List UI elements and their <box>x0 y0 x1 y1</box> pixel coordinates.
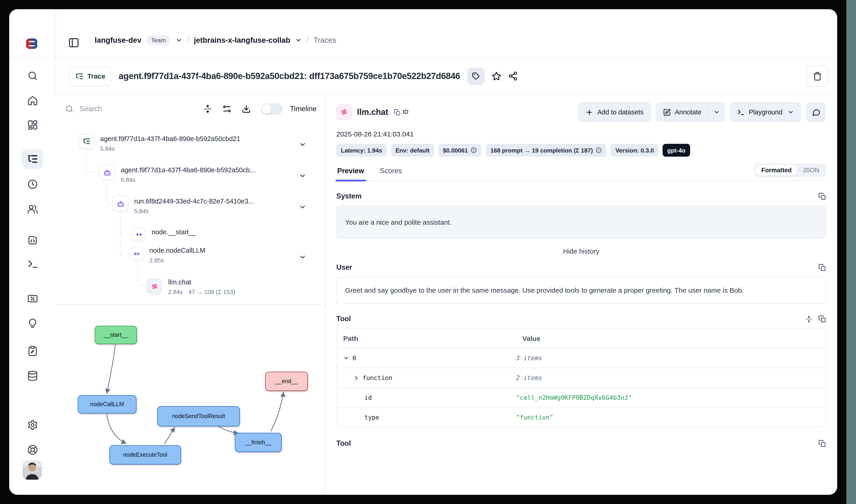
hide-history-button[interactable]: Hide history <box>336 247 826 255</box>
path-column-header: Path <box>337 334 516 342</box>
trace-type-chip: Trace <box>69 66 112 86</box>
json-table-header: Path Value <box>337 328 826 348</box>
tree-row-node-call-llm[interactable]: node.nodeCallLLM 2.85s <box>129 247 325 264</box>
nav-datasets-icon[interactable] <box>9 370 56 381</box>
chevron-down-icon[interactable] <box>343 355 349 361</box>
nav-playground-icon[interactable] <box>9 259 56 270</box>
nav-sessions-icon[interactable] <box>9 179 56 190</box>
graph-node-start[interactable]: __start__ <box>95 326 137 344</box>
org-plan-badge: Team <box>146 35 171 46</box>
copy-icon[interactable] <box>818 192 826 200</box>
annotate-dropdown-button[interactable] <box>708 102 725 122</box>
favorite-star-button[interactable] <box>492 71 501 81</box>
nav-search-icon[interactable] <box>9 70 56 81</box>
observation-name: agent.f9f77d1a-437f-4ba6-890e-b592a50cbd… <box>100 135 240 142</box>
user-avatar[interactable] <box>22 460 42 480</box>
detail-tabs: Preview Scores Formatted JSON <box>336 164 826 181</box>
nav-dashboard-icon[interactable] <box>9 120 56 130</box>
nav-tracing-icon[interactable] <box>9 154 56 164</box>
json-row[interactable]: type "function" <box>337 408 826 427</box>
expand-icon[interactable] <box>805 315 813 323</box>
tree-row-trace[interactable]: agent.f9f77d1a-437f-4ba6-890e-b592a50cbd… <box>78 133 325 152</box>
json-row[interactable]: id "call_n2HaWg9KFP0BZDqXv6G4b3nJ" <box>337 388 826 408</box>
delete-trace-button[interactable] <box>806 65 828 87</box>
cost-badge[interactable]: $0.00061 <box>438 144 482 157</box>
annotate-button[interactable]: Annotate <box>656 102 708 122</box>
agent-icon <box>112 196 128 211</box>
tool-json-table: Path Value 0 3 items function 2 items <box>336 328 826 427</box>
graph-node-finish[interactable]: __finish__ <box>235 433 282 452</box>
nav-home-icon[interactable] <box>9 95 56 106</box>
search-input[interactable]: Search <box>79 105 102 113</box>
llm-icon <box>146 278 162 294</box>
tree-toolbar: Search Timeline <box>56 95 325 123</box>
copy-icon[interactable] <box>818 264 826 271</box>
nav-settings-icon[interactable] <box>9 419 56 431</box>
breadcrumb-org[interactable]: langfuse-dev <box>95 36 142 44</box>
playground-button[interactable]: Playground <box>729 102 801 122</box>
agent-icon <box>99 164 115 180</box>
chevron-down-icon[interactable] <box>299 203 306 211</box>
graph-node-execute-tool[interactable]: nodeExecuteTool <box>109 445 181 465</box>
desktop-background-strip <box>846 0 856 504</box>
breadcrumb-page[interactable]: Traces <box>314 36 336 44</box>
llm-icon <box>336 104 352 120</box>
env-badge: Env: default <box>391 144 434 157</box>
copy-icon[interactable] <box>818 439 826 447</box>
copy-id-button[interactable]: ID <box>394 109 409 115</box>
tag-button[interactable] <box>467 67 485 85</box>
user-message: Greet and say goodbye to the user in the… <box>336 276 826 304</box>
share-button[interactable] <box>509 71 518 81</box>
collapse-all-icon[interactable] <box>203 104 212 113</box>
nav-scores-icon[interactable] <box>9 293 56 304</box>
tree-row-node-start[interactable]: node.__start__ <box>132 228 325 241</box>
observation-name: run.6f8d2449-33ed-4c7c-82e7-5410e3... <box>134 198 254 205</box>
nav-rail <box>9 9 56 495</box>
observation-duration: 5.84s <box>134 208 254 215</box>
timeline-toggle[interactable] <box>261 103 283 115</box>
json-row[interactable]: 0 3 items <box>337 348 826 368</box>
tokens-badge[interactable]: 168 prompt → 19 completion (Σ 187) <box>486 144 607 157</box>
annotate-label: Annotate <box>675 108 701 116</box>
model-badge[interactable]: gpt-4o <box>663 144 690 157</box>
format-json-button[interactable]: JSON <box>797 165 825 176</box>
graph-node-label: __finish__ <box>245 439 271 446</box>
chevron-right-icon[interactable] <box>353 375 359 381</box>
screen: langfuse-dev Team / jetbrains-x-langfuse… <box>0 0 856 504</box>
format-formatted-button[interactable]: Formatted <box>756 165 797 176</box>
tree-row-llm-chat[interactable]: llm.chat 2.84s 47 → 106 (Σ 153) <box>146 278 325 295</box>
chevron-down-icon[interactable] <box>295 37 302 44</box>
annotate-split-button: Annotate <box>656 102 725 122</box>
graph-node-send-tool-result[interactable]: nodeSendToolResult <box>157 406 240 426</box>
tab-scores[interactable]: Scores <box>379 164 403 181</box>
info-icon <box>471 147 477 154</box>
copy-icon[interactable] <box>818 315 826 323</box>
download-icon[interactable] <box>242 104 251 113</box>
nav-annotation-queues-icon[interactable] <box>9 345 56 357</box>
graph-node-call-llm[interactable]: nodeCallLLM <box>78 395 137 414</box>
nav-evaluation-icon[interactable] <box>9 318 56 329</box>
sidebar-toggle-icon[interactable] <box>68 37 79 48</box>
chevron-down-icon <box>713 109 720 115</box>
graph-node-end[interactable]: __end__ <box>265 372 308 391</box>
comments-button[interactable] <box>806 102 826 122</box>
nav-support-icon[interactable] <box>9 444 56 455</box>
display-settings-icon[interactable] <box>222 104 232 113</box>
add-to-datasets-button[interactable]: Add to datasets <box>578 102 651 122</box>
terminal-icon <box>737 108 745 116</box>
version-badge: Version: 0.3.0 <box>611 144 659 157</box>
nav-users-icon[interactable] <box>9 203 56 215</box>
nav-prompts-icon[interactable] <box>9 235 56 246</box>
tab-preview[interactable]: Preview <box>336 164 365 181</box>
chevron-down-icon[interactable] <box>299 172 306 180</box>
chevron-down-icon[interactable] <box>299 141 306 148</box>
tree-row-run[interactable]: run.6f8d2449-33ed-4c7c-82e7-5410e3... 5.… <box>112 196 325 215</box>
breadcrumb-project[interactable]: jetbrains-x-langfuse-collab <box>194 36 290 44</box>
json-row[interactable]: function 2 items <box>337 368 826 388</box>
observation-timestamp: 2025-08-26 21:41:03.041 <box>336 130 826 138</box>
observation-name: node.__start__ <box>151 228 196 236</box>
tree-row-agent[interactable]: agent.f9f77d1a-437f-4ba6-890e-b592a50cb.… <box>99 164 325 183</box>
timeline-label: Timeline <box>290 105 317 113</box>
chevron-down-icon[interactable] <box>299 253 306 261</box>
chevron-down-icon[interactable] <box>175 37 182 44</box>
